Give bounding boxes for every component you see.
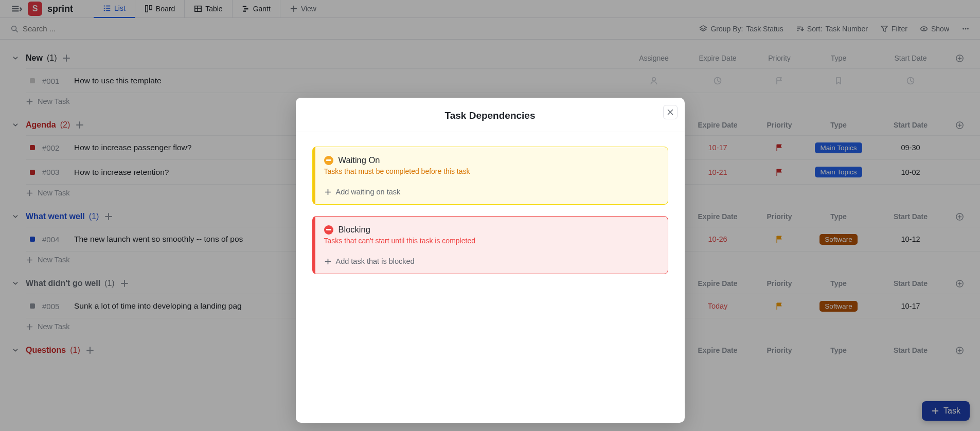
task-dependencies-modal: Task Dependencies Waiting On Tasks that … — [296, 98, 685, 423]
waiting-desc: Tasks that must be completed before this… — [324, 167, 658, 175]
waiting-badge-icon — [324, 156, 333, 165]
blocking-badge-icon — [324, 225, 333, 235]
modal-header: Task Dependencies — [296, 98, 685, 132]
modal-title: Task Dependencies — [311, 110, 669, 121]
plus-icon — [324, 188, 332, 196]
plus-icon — [324, 258, 332, 265]
dep-head: Waiting On — [324, 155, 658, 165]
modal-body: Waiting On Tasks that must be completed … — [296, 132, 685, 300]
modal-overlay[interactable]: Task Dependencies Waiting On Tasks that … — [0, 0, 980, 431]
blocking-desc: Tasks that can't start until this task i… — [324, 237, 658, 245]
add-blocking-label: Add task that is blocked — [336, 257, 415, 265]
modal-close-button[interactable] — [663, 105, 678, 119]
add-waiting-label: Add waiting on task — [336, 188, 401, 196]
close-icon — [666, 108, 674, 116]
blocking-card: Blocking Tasks that can't start until th… — [312, 216, 668, 274]
blocking-title: Blocking — [338, 225, 370, 235]
dep-head: Blocking — [324, 225, 658, 235]
add-blocking-button[interactable]: Add task that is blocked — [324, 257, 658, 265]
waiting-on-card: Waiting On Tasks that must be completed … — [312, 147, 668, 205]
add-waiting-button[interactable]: Add waiting on task — [324, 188, 658, 196]
waiting-title: Waiting On — [338, 155, 380, 165]
